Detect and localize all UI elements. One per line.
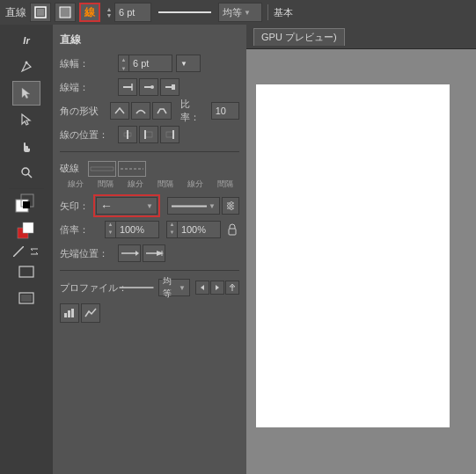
base-label: 基本 xyxy=(274,6,293,19)
toolbar-direct-select[interactable] xyxy=(12,107,40,132)
tip-pos-1[interactable] xyxy=(118,244,141,262)
tip-position-row: 先端位置： xyxy=(60,244,239,263)
toolbar-fill[interactable] xyxy=(12,193,40,217)
toolbar-swap-icon[interactable] xyxy=(27,245,41,258)
toolbar-zoom[interactable] xyxy=(12,160,40,185)
toolbar-screen-mode[interactable] xyxy=(12,259,40,284)
arrow-control-box: ← ▼ xyxy=(93,194,160,217)
position-center[interactable] xyxy=(118,126,137,143)
stroke-active-btn[interactable]: 線 xyxy=(79,3,100,22)
toolbar-color-swatch[interactable] xyxy=(12,219,40,244)
width-down[interactable]: ▼ xyxy=(119,64,128,73)
size-dropdown[interactable]: 6 pt xyxy=(114,3,151,22)
col-header-5: 線分 xyxy=(181,179,209,190)
panel-body: 直線 線幅： ▲ ▼ 6 pt ▼ xyxy=(53,25,246,328)
corner-shape-label: 角の形状 xyxy=(60,105,106,118)
magnification-row: 倍率： ▲ ▼ 100% ▲ ▼ xyxy=(60,220,239,239)
profile-prev-btn[interactable] xyxy=(195,281,209,295)
svg-rect-11 xyxy=(23,222,33,233)
chart-icon-btn[interactable] xyxy=(60,303,79,323)
svg-rect-24 xyxy=(145,132,152,137)
dashed-style-1[interactable] xyxy=(88,161,116,177)
mag-right-value[interactable]: 100% xyxy=(177,221,221,238)
mag-right-up[interactable]: ▲ xyxy=(167,222,177,230)
arrow-settings-btn[interactable] xyxy=(222,197,239,215)
svg-marker-45 xyxy=(216,285,219,290)
svg-rect-26 xyxy=(166,132,173,137)
stroke-end-flat[interactable] xyxy=(118,78,137,96)
profile-label: プロファイル： xyxy=(60,281,114,295)
fill-color-btn[interactable] xyxy=(55,3,76,22)
stroke-width-label: 線幅： xyxy=(60,57,114,70)
stroke-width-value[interactable]: 6 pt xyxy=(128,55,172,72)
mag-right-stepper[interactable]: ▲ ▼ xyxy=(166,221,177,238)
svg-point-4 xyxy=(22,168,29,175)
toolbar-hand[interactable] xyxy=(12,134,40,158)
position-inside[interactable] xyxy=(139,126,158,143)
mag-left-control: ▲ ▼ 100% xyxy=(105,221,159,238)
mag-left-value[interactable]: 100% xyxy=(115,221,159,238)
ratio-input[interactable]: 10 xyxy=(211,102,239,120)
profile-flip-btn[interactable] xyxy=(225,281,239,295)
toolbar-screen-mode2[interactable] xyxy=(12,286,40,310)
width-unit-dropdown[interactable]: ▼ xyxy=(176,55,201,72)
graph-icon-btn[interactable] xyxy=(81,303,100,323)
canvas-topbar: GPU プレビュー) xyxy=(246,25,476,49)
corner-bevel[interactable] xyxy=(152,102,172,120)
stroke-position-label: 線の位置： xyxy=(60,128,114,142)
svg-rect-21 xyxy=(172,84,175,90)
left-toolbar: Ir xyxy=(0,25,53,474)
lock-icon[interactable] xyxy=(226,221,239,238)
mag-label: 倍率： xyxy=(60,223,101,237)
profile-dropdown-panel[interactable]: 均等 ▼ xyxy=(158,279,190,296)
svg-line-12 xyxy=(13,246,24,257)
right-section: GPU プレビュー) xyxy=(246,25,476,474)
svg-marker-41 xyxy=(157,251,164,256)
dashed-style-2[interactable] xyxy=(118,161,146,177)
panel-section-title: 直線 xyxy=(60,33,81,47)
panel-section: 直線 線幅： ▲ ▼ 6 pt ▼ xyxy=(53,25,246,474)
svg-rect-15 xyxy=(21,295,32,302)
profile-dropdown[interactable]: 均等 ▼ xyxy=(218,3,262,22)
profile-row: プロファイル： 均等 ▼ xyxy=(60,278,239,297)
dashed-title: 破線 xyxy=(60,162,79,175)
stroke-end-round[interactable] xyxy=(139,78,158,96)
profile-next-btn[interactable] xyxy=(210,281,224,295)
width-up[interactable]: ▲ xyxy=(119,55,128,64)
svg-rect-48 xyxy=(64,313,67,317)
canvas-tab[interactable]: GPU プレビュー) xyxy=(253,28,345,46)
toolbar-select[interactable] xyxy=(12,81,40,106)
size-stepper[interactable]: ▲ ▼ xyxy=(104,3,114,22)
line-style-dropdown[interactable]: ▼ xyxy=(167,197,220,215)
svg-rect-8 xyxy=(23,201,30,208)
dashed-section: 破線 xyxy=(60,159,239,192)
toolbar-none-icon[interactable] xyxy=(11,245,26,258)
section-separator-2 xyxy=(60,270,239,271)
stroke-end-square[interactable] xyxy=(160,78,179,96)
toolbar-ir[interactable]: Ir xyxy=(12,28,40,53)
width-stepper[interactable]: ▲ ▼ xyxy=(118,55,128,72)
svg-rect-13 xyxy=(19,266,33,277)
corner-miter[interactable] xyxy=(110,102,129,120)
stroke-width-row: 線幅： ▲ ▼ 6 pt ▼ xyxy=(60,54,239,73)
svg-point-36 xyxy=(231,208,233,210)
size-up[interactable]: ▲ xyxy=(104,6,114,12)
svg-marker-44 xyxy=(201,285,204,290)
toolbar-pen[interactable] xyxy=(12,55,40,79)
chevron-down-icon4: ▼ xyxy=(209,202,216,210)
bottom-icons-row xyxy=(60,303,239,323)
stroke-color-btn[interactable] xyxy=(30,3,51,22)
arrow-left-dropdown[interactable]: ← ▼ xyxy=(96,197,157,215)
mag-left-up[interactable]: ▲ xyxy=(106,222,115,230)
size-down[interactable]: ▼ xyxy=(104,12,114,18)
corner-round[interactable] xyxy=(131,102,150,120)
mag-left-stepper[interactable]: ▲ ▼ xyxy=(105,221,115,238)
mag-left-down[interactable]: ▼ xyxy=(106,230,115,237)
svg-rect-2 xyxy=(60,7,70,18)
position-outside[interactable] xyxy=(160,126,179,143)
svg-rect-37 xyxy=(229,229,236,235)
stroke-width-control: ▲ ▼ 6 pt xyxy=(118,55,172,72)
toolbar-divider xyxy=(9,188,44,189)
tip-pos-2[interactable] xyxy=(143,244,165,262)
mag-right-down[interactable]: ▼ xyxy=(167,230,177,237)
